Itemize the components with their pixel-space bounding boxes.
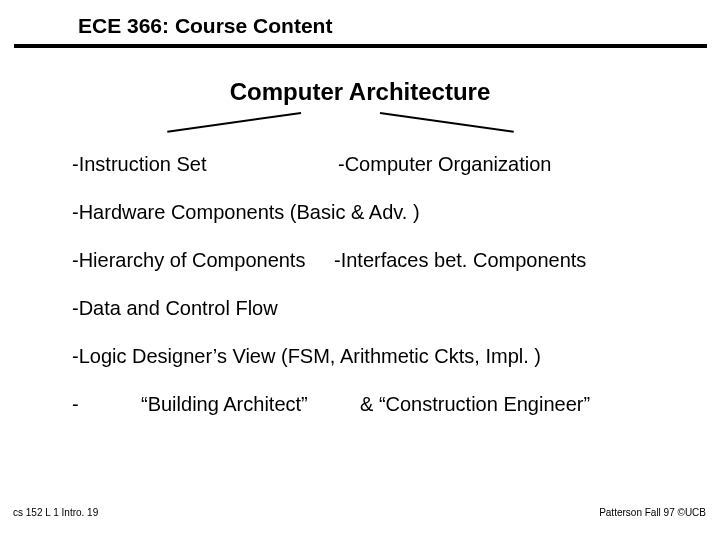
footer-left: cs 152 L 1 Intro. 19 <box>13 507 98 518</box>
item-hierarchy: -Hierarchy of Components <box>72 249 305 272</box>
item-analogy-engineer: & “Construction Engineer” <box>360 393 590 416</box>
item-interfaces: -Interfaces bet. Components <box>334 249 586 272</box>
content-area: -Instruction Set -Computer Organization … <box>0 0 720 540</box>
item-computer-org: -Computer Organization <box>338 153 551 176</box>
item-analogy-architect: “Building Architect” <box>141 393 308 416</box>
item-analogy-dash: - <box>72 393 79 416</box>
slide: ECE 366: Course Content Computer Archite… <box>0 0 720 540</box>
footer-right: Patterson Fall 97 ©UCB <box>599 507 706 518</box>
item-instruction-set: -Instruction Set <box>72 153 207 176</box>
item-dataflow: -Data and Control Flow <box>72 297 278 320</box>
item-logic: -Logic Designer’s View (FSM, Arithmetic … <box>72 345 541 368</box>
item-hardware: -Hardware Components (Basic & Adv. ) <box>72 201 420 224</box>
